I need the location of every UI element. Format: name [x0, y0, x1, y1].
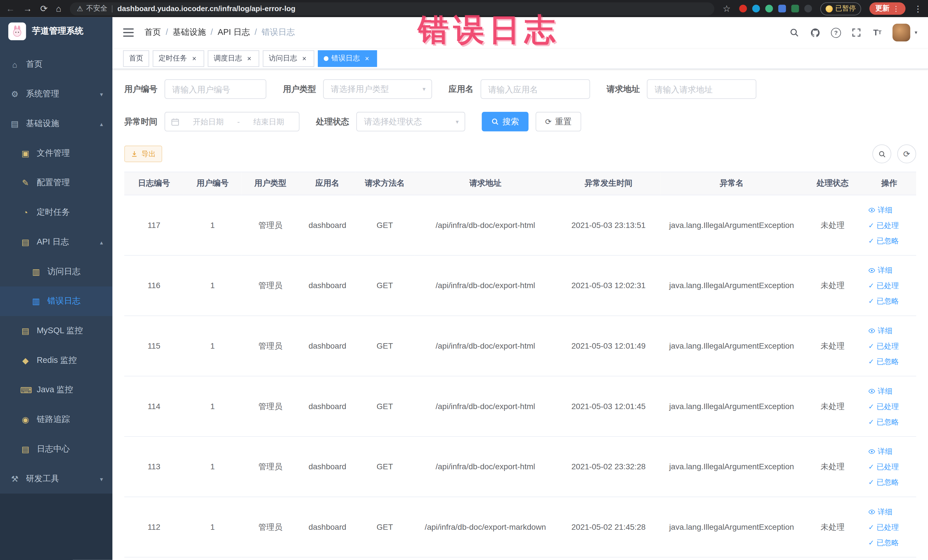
breadcrumb-infrastructure[interactable]: 基础设施: [173, 27, 213, 38]
sidebar-item-redis-monitor[interactable]: ◆ Redis 监控: [0, 346, 112, 375]
github-icon[interactable]: [810, 27, 820, 38]
exception-time-range-picker[interactable]: 开始日期 - 结束日期: [165, 112, 299, 131]
cell-user-id: 1: [184, 255, 242, 316]
user-avatar[interactable]: [893, 24, 910, 41]
cell-log-id: 115: [124, 316, 184, 376]
fullscreen-icon[interactable]: [851, 27, 862, 38]
sidebar-item-scheduled-jobs[interactable]: ◔ 定时任务: [0, 198, 112, 227]
cell-status: 未处理: [803, 255, 862, 316]
user-type-select[interactable]: 请选择用户类型 ▾: [323, 79, 432, 99]
error-log-table: 日志编号 用户编号 用户类型 应用名 请求方法名 请求地址 异常发生时间 异常名…: [124, 172, 916, 558]
bookmark-star-icon[interactable]: ☆: [723, 4, 731, 13]
mark-ignored-button[interactable]: ✓已忽略: [865, 293, 914, 309]
chevron-up-icon: ▴: [100, 121, 103, 127]
col-user-id: 用户编号: [184, 172, 242, 195]
app-name-input[interactable]: [481, 79, 590, 99]
toggle-search-button[interactable]: [872, 144, 891, 163]
sidebar-item-file-management[interactable]: ▣ 文件管理: [0, 138, 112, 168]
search-button-label: 搜索: [502, 116, 519, 127]
address-bar[interactable]: ⚠ 不安全 dashboard.yudao.iocoder.cn/infra/l…: [70, 2, 714, 15]
url-text[interactable]: dashboard.yudao.iocoder.cn/infra/log/api…: [118, 5, 296, 13]
tab-access-log[interactable]: 访问日志 ×: [263, 50, 314, 67]
mark-ignored-button[interactable]: ✓已忽略: [865, 414, 914, 429]
file-icon: ▣: [20, 149, 31, 158]
col-method: 请求方法名: [356, 172, 414, 195]
browser-update-button[interactable]: 更新 ⋮: [870, 2, 906, 15]
sidebar: 芋道管理系统 ⌂ 首页 ⚙ 系统管理 ▾ ▤ 基础设施 ▴ ▣: [0, 17, 112, 560]
sidebar-item-trace[interactable]: ◉ 链路追踪: [0, 405, 112, 435]
sidebar-item-log-center[interactable]: ▤ 日志中心: [0, 435, 112, 464]
extension-icon[interactable]: [752, 5, 760, 12]
vue-devtools-icon[interactable]: [765, 5, 772, 12]
back-icon[interactable]: ←: [6, 4, 15, 13]
search-icon[interactable]: [789, 27, 800, 38]
mark-ignored-button[interactable]: ✓已忽略: [865, 233, 914, 248]
mark-processed-button[interactable]: ✓已处理: [865, 398, 914, 414]
sidebar-item-java-monitor[interactable]: ⌨ Java 监控: [0, 375, 112, 405]
request-url-input[interactable]: [647, 79, 757, 99]
reset-button[interactable]: ⟳ 重置: [536, 112, 582, 131]
cell-app: dashboard: [299, 436, 356, 497]
sidebar-item-mysql-monitor[interactable]: ▤ MySQL 监控: [0, 316, 112, 346]
close-icon[interactable]: ×: [190, 54, 198, 63]
refresh-table-button[interactable]: ⟳: [897, 144, 916, 163]
font-size-icon[interactable]: TT: [872, 27, 883, 38]
extension-icon[interactable]: [778, 5, 786, 12]
user-id-input[interactable]: [165, 79, 266, 99]
extension-icon[interactable]: [804, 5, 812, 12]
mark-processed-button[interactable]: ✓已处理: [865, 278, 914, 293]
sidebar-item-infrastructure[interactable]: ▤ 基础设施 ▴: [0, 109, 112, 139]
tab-home[interactable]: 首页: [123, 50, 149, 67]
mark-processed-button[interactable]: ✓已处理: [865, 338, 914, 354]
detail-button[interactable]: 详细: [865, 383, 914, 398]
sidebar-item-label: 配置管理: [37, 177, 70, 188]
close-icon[interactable]: ×: [300, 54, 308, 63]
breadcrumb-home[interactable]: 首页: [144, 27, 168, 38]
security-chip[interactable]: ⚠ 不安全: [77, 3, 107, 14]
profile-paused-badge[interactable]: 已暂停: [820, 2, 861, 15]
close-icon[interactable]: ×: [363, 54, 371, 63]
sidebar-item-api-logs[interactable]: ▤ API 日志 ▴: [0, 227, 112, 257]
sidebar-item-config-management[interactable]: ✎ 配置管理: [0, 168, 112, 198]
help-icon[interactable]: ?: [831, 27, 841, 38]
mark-processed-button[interactable]: ✓已处理: [865, 217, 914, 233]
mark-processed-button[interactable]: ✓已处理: [865, 519, 914, 535]
mark-ignored-button[interactable]: ✓已忽略: [865, 475, 914, 490]
close-icon[interactable]: ×: [245, 54, 253, 63]
detail-button[interactable]: 详细: [865, 444, 914, 459]
detail-button[interactable]: 详细: [865, 323, 914, 338]
app-logo[interactable]: 芋道管理系统: [0, 17, 112, 45]
detail-button[interactable]: 详细: [865, 202, 914, 217]
extension-icon[interactable]: [791, 5, 799, 12]
breadcrumb-api-logs[interactable]: API 日志: [218, 27, 257, 38]
mark-ignored-button[interactable]: ✓已忽略: [865, 354, 914, 369]
reload-icon[interactable]: ⟳: [40, 4, 47, 13]
avatar-caret-icon[interactable]: ▾: [914, 30, 917, 36]
col-status: 处理状态: [803, 172, 862, 195]
process-status-select[interactable]: 请选择处理状态 ▾: [356, 112, 465, 131]
sidebar-item-access-log[interactable]: ▥ 访问日志: [0, 257, 112, 287]
browser-menu-icon[interactable]: ⋮: [914, 4, 922, 13]
mark-processed-button[interactable]: ✓已处理: [865, 459, 914, 475]
export-button[interactable]: 导出: [124, 145, 162, 162]
sidebar-item-system-management[interactable]: ⚙ 系统管理 ▾: [0, 79, 112, 109]
cell-exception: java.lang.IllegalArgumentException: [661, 255, 803, 316]
tab-schedule-log[interactable]: 调度日志 ×: [208, 50, 259, 67]
search-icon: [491, 118, 499, 125]
breadcrumb: 首页 基础设施 API 日志 错误日志: [144, 27, 295, 38]
extension-icon[interactable]: [739, 5, 746, 12]
forward-icon[interactable]: →: [23, 4, 32, 13]
tab-scheduled-jobs[interactable]: 定时任务 ×: [153, 50, 204, 67]
download-icon: [131, 150, 138, 157]
search-button[interactable]: 搜索: [482, 112, 529, 131]
cell-time: 2021-05-03 12:01:49: [557, 316, 661, 376]
sidebar-item-error-log[interactable]: ▥ 错误日志: [0, 287, 112, 316]
tab-error-log[interactable]: 错误日志 ×: [318, 50, 377, 67]
home-icon[interactable]: ⌂: [56, 4, 61, 13]
detail-button[interactable]: 详细: [865, 262, 914, 278]
sidebar-item-dev-tools[interactable]: ⚒ 研发工具 ▾: [0, 464, 112, 493]
detail-button[interactable]: 详细: [865, 504, 914, 519]
collapse-sidebar-icon[interactable]: [123, 29, 134, 37]
sidebar-item-home[interactable]: ⌂ 首页: [0, 50, 112, 79]
mark-ignored-button[interactable]: ✓已忽略: [865, 535, 914, 550]
